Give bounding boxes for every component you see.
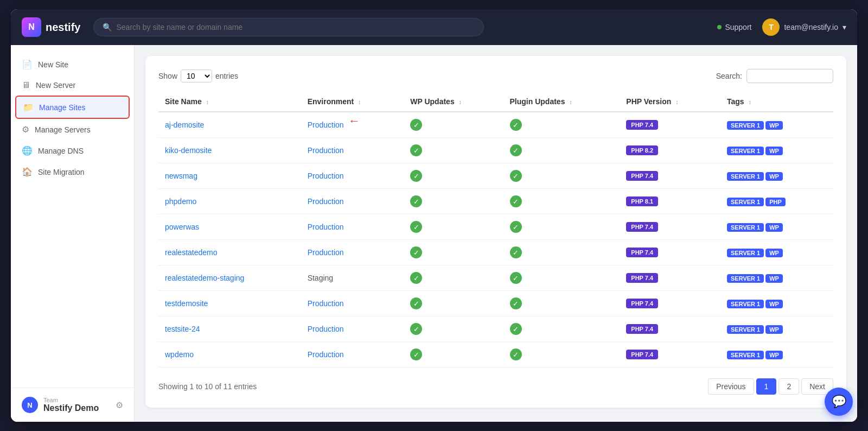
plugin-updates-cell: ✓ (503, 240, 620, 265)
footer-chevron-icon[interactable]: ⚙ (116, 400, 123, 410)
tag-badge: PHP (765, 198, 786, 206)
logo-icon: N (22, 17, 41, 37)
user-menu-button[interactable]: T team@nestify.io ▾ (762, 18, 846, 36)
site-name-cell[interactable]: realestatedemo-staging (158, 265, 301, 291)
sidebar-item-site-migration[interactable]: 🏠 Site Migration (11, 161, 134, 182)
logo[interactable]: N nestify (22, 17, 80, 37)
sidebar: 📄 New Site 🖥 New Server 📁 Manage Sites ⚙… (11, 45, 135, 422)
php-version-cell: PHP 7.4 (620, 316, 720, 342)
tag-badge: WP (765, 121, 783, 130)
table-row: testdemositeProduction✓✓PHP 7.4SERVER 1W… (158, 291, 833, 316)
php-version-cell: PHP 7.4 (620, 265, 720, 291)
sidebar-item-manage-servers[interactable]: ⚙ Manage Servers (11, 119, 134, 140)
plugin-updates-cell: ✓ (503, 291, 620, 316)
search-input[interactable] (116, 23, 475, 31)
site-name-cell[interactable]: newsmag (158, 163, 301, 189)
php-version-badge: PHP 7.4 (626, 324, 658, 334)
environment-cell: Staging (301, 265, 404, 291)
php-version-badge: PHP 7.4 (626, 248, 658, 257)
tags-cell: SERVER 1WP (720, 112, 833, 138)
tag-badge: WP (765, 274, 783, 283)
environment-cell: Production (301, 316, 404, 342)
php-version-badge: PHP 7.4 (626, 273, 658, 283)
pagination-row: Showing 1 to 10 of 11 entries Previous 1… (158, 378, 833, 395)
wp-updates-cell: ✓ (404, 112, 503, 138)
check-icon: ✓ (410, 323, 422, 335)
tag-badge: SERVER 1 (727, 198, 764, 206)
plugin-updates-cell: ✓ (503, 189, 620, 214)
tags-cell: SERVER 1WP (720, 163, 833, 189)
site-name-cell[interactable]: powerwas (158, 214, 301, 240)
main-content: Show 10 25 50 100 entries Search: (135, 45, 857, 422)
search-label: Search: (716, 72, 742, 80)
php-version-badge: PHP 8.1 (626, 197, 658, 206)
support-label: Support (725, 23, 751, 31)
tag-badge: WP (765, 351, 783, 359)
php-version-cell: PHP 7.4 (620, 291, 720, 316)
sites-table: Site Name ↕ Environment ↕ WP Updates ↕ (158, 92, 833, 367)
site-name-cell[interactable]: kiko-demosite (158, 138, 301, 163)
check-icon: ✓ (410, 170, 422, 182)
php-version-cell: PHP 7.4 (620, 214, 720, 240)
prev-button[interactable]: Previous (708, 378, 754, 395)
site-name-cell[interactable]: phpdemo (158, 189, 301, 214)
pagination-info: Showing 1 to 10 of 11 entries (158, 382, 257, 391)
sidebar-item-label: New Server (36, 81, 75, 90)
check-icon: ✓ (510, 297, 522, 309)
php-version-cell: PHP 7.4 (620, 112, 720, 138)
entries-label: entries (215, 72, 238, 80)
search-bar[interactable]: 🔍 (93, 18, 484, 36)
col-wp-updates[interactable]: WP Updates ↕ (404, 92, 503, 112)
tag-badge: SERVER 1 (727, 147, 764, 155)
php-version-badge: PHP 8.2 (626, 145, 658, 155)
site-name-cell[interactable]: aj-demosite← (158, 112, 301, 138)
site-name-cell[interactable]: realestatedemo (158, 240, 301, 265)
entries-select[interactable]: 10 25 50 100 (181, 69, 212, 83)
sidebar-item-manage-dns[interactable]: 🌐 Manage DNS (11, 140, 134, 161)
php-version-badge: PHP 7.4 (626, 299, 658, 308)
col-environment[interactable]: Environment ↕ (301, 92, 404, 112)
tag-badge: SERVER 1 (727, 300, 764, 308)
environment-cell: Production (301, 240, 404, 265)
table-search-input[interactable] (746, 69, 833, 83)
site-name-cell[interactable]: testsite-24 (158, 316, 301, 342)
tags-cell: SERVER 1WP (720, 316, 833, 342)
sites-table-card: Show 10 25 50 100 entries Search: (145, 56, 846, 408)
tag-badge: SERVER 1 (727, 351, 764, 359)
sidebar-item-label: New Site (38, 60, 68, 69)
footer-name: Nestify Demo (43, 403, 99, 413)
check-icon: ✓ (510, 221, 522, 233)
sidebar-item-new-site[interactable]: 📄 New Site (11, 54, 134, 75)
tag-badge: SERVER 1 (727, 249, 764, 257)
tags-cell: SERVER 1WP (720, 265, 833, 291)
sidebar-item-label: Manage Sites (39, 103, 86, 112)
support-button[interactable]: Support (717, 23, 751, 31)
folder-icon: 📁 (23, 102, 34, 112)
check-icon: ✓ (510, 246, 522, 258)
wp-updates-cell: ✓ (404, 214, 503, 240)
site-name-cell[interactable]: wpdemo (158, 342, 301, 367)
pagination-controls: Previous 1 2 Next (708, 378, 833, 395)
table-row: newsmagProduction✓✓PHP 7.4SERVER 1WP (158, 163, 833, 189)
footer-info: Team Nestify Demo (43, 397, 99, 413)
tags-cell: SERVER 1WP (720, 342, 833, 367)
site-name-cell[interactable]: testdemosite (158, 291, 301, 316)
sidebar-item-new-server[interactable]: 🖥 New Server (11, 75, 134, 96)
show-label: Show (158, 72, 177, 80)
col-plugin-updates[interactable]: Plugin Updates ↕ (503, 92, 620, 112)
plugin-updates-cell: ✓ (503, 138, 620, 163)
environment-cell: Production (301, 214, 404, 240)
chat-fab-button[interactable]: 💬 (825, 388, 853, 416)
col-tags[interactable]: Tags ↕ (720, 92, 833, 112)
page-1-button[interactable]: 1 (756, 378, 777, 395)
tag-badge: SERVER 1 (727, 274, 764, 283)
table-row: kiko-demositeProduction✓✓PHP 8.2SERVER 1… (158, 138, 833, 163)
php-version-badge: PHP 7.4 (626, 350, 658, 359)
col-site-name[interactable]: Site Name ↕ (158, 92, 301, 112)
col-php-version[interactable]: PHP Version ↕ (620, 92, 720, 112)
server-icon: 🖥 (22, 80, 30, 90)
table-row: powerwasProduction✓✓PHP 7.4SERVER 1WP (158, 214, 833, 240)
tags-cell: SERVER 1WP (720, 138, 833, 163)
sidebar-item-manage-sites[interactable]: 📁 Manage Sites (15, 96, 130, 119)
page-2-button[interactable]: 2 (778, 378, 799, 395)
